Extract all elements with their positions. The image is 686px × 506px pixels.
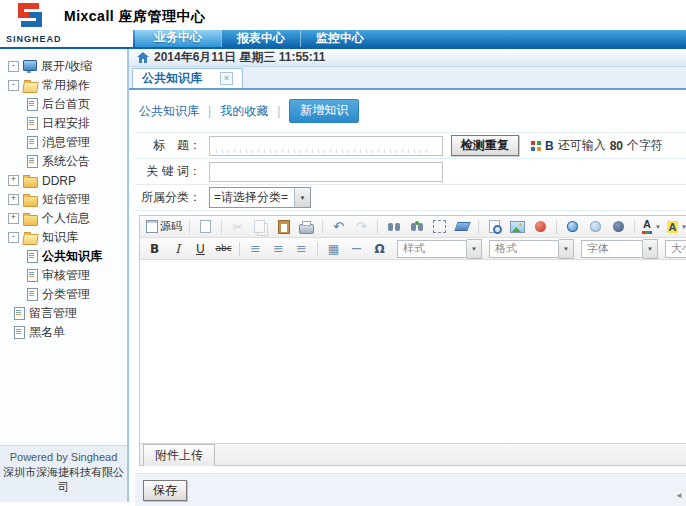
close-icon[interactable]: × <box>220 72 233 85</box>
sidebar-item-label[interactable]: 常用操作 <box>42 77 90 94</box>
table-button[interactable]: ▦ <box>323 240 344 257</box>
find-button[interactable] <box>383 218 404 235</box>
find-icon <box>388 223 393 231</box>
doc-icon <box>27 269 38 282</box>
toolbar-separator <box>556 220 557 234</box>
size-combo[interactable]: 大小▼ <box>665 239 686 259</box>
sidebar-item[interactable]: 后台首页 <box>0 95 127 114</box>
unlink-button[interactable] <box>585 218 606 235</box>
subnav-link[interactable]: 公共知识库 <box>139 103 199 120</box>
align-center-button[interactable]: ≡ <box>268 240 289 257</box>
sidebar-item[interactable]: +DDRP <box>0 171 127 190</box>
tree-toggle-plus-icon[interactable]: + <box>8 175 19 186</box>
title-input[interactable] <box>209 136 443 156</box>
chevron-down-icon[interactable]: ▼ <box>643 239 658 259</box>
add-knowledge-button[interactable]: 新增知识 <box>289 99 359 123</box>
sidebar-item[interactable]: 审核管理 <box>0 266 127 285</box>
doc-icon <box>14 307 25 320</box>
tree-toggle-minus-icon[interactable]: - <box>8 61 19 72</box>
sidebar-item[interactable]: 消息管理 <box>0 133 127 152</box>
chevron-down-icon[interactable]: ▼ <box>467 239 482 259</box>
chevron-down-icon[interactable]: ▼ <box>559 239 574 259</box>
editor-toolbar-row1: 源码✂↶↷A▼A▼ <box>140 216 686 238</box>
scroll-grip-icon[interactable]: ◄ <box>675 491 683 500</box>
paste-icon <box>278 220 290 234</box>
cut-button[interactable]: ✂ <box>227 218 248 235</box>
redo-button[interactable]: ↷ <box>351 218 372 235</box>
size-combo-value: 大小 <box>665 240 686 258</box>
source-button[interactable]: 源码 <box>144 218 184 235</box>
strike-button[interactable]: abc <box>213 240 234 257</box>
sidebar-item[interactable]: 日程安排 <box>0 114 127 133</box>
sidebar-item[interactable]: -展开/收缩 <box>0 57 127 76</box>
link-button[interactable] <box>562 218 583 235</box>
new-page-button[interactable] <box>195 218 216 235</box>
tree-toggle-plus-icon[interactable]: + <box>8 194 19 205</box>
undo-button[interactable]: ↶ <box>328 218 349 235</box>
tree-toggle-plus-icon[interactable]: + <box>8 213 19 224</box>
sidebar-item-label[interactable]: 公共知识库 <box>42 248 102 265</box>
sidebar-item-label[interactable]: 留言管理 <box>29 305 77 322</box>
sidebar-item-label[interactable]: 日程安排 <box>42 115 90 132</box>
underline-button[interactable]: U <box>190 240 211 257</box>
subnav-link[interactable]: 我的收藏 <box>220 103 268 120</box>
sidebar-item-label[interactable]: 消息管理 <box>42 134 90 151</box>
italic-button[interactable]: I <box>167 240 188 257</box>
sidebar-item[interactable]: 黑名单 <box>0 323 127 342</box>
print-button[interactable] <box>296 218 317 235</box>
category-selected-value: =请选择分类= <box>214 189 288 206</box>
copy-button[interactable] <box>250 218 271 235</box>
sidebar-item-label[interactable]: 个人信息 <box>42 210 90 227</box>
align-right-icon: ≡ <box>296 242 307 255</box>
attachment-upload-button[interactable]: 附件上传 <box>143 444 215 466</box>
nav-tab[interactable]: 监控中心 <box>300 30 379 47</box>
align-right-button[interactable]: ≡ <box>291 240 312 257</box>
sidebar-item-label[interactable]: 后台首页 <box>42 96 90 113</box>
sidebar-item[interactable]: 分类管理 <box>0 285 127 304</box>
sidebar-item-label[interactable]: 短信管理 <box>42 191 90 208</box>
sidebar-item-label[interactable]: 知识库 <box>42 229 78 246</box>
bold-button[interactable]: B <box>144 240 165 257</box>
align-left-button[interactable]: ≡ <box>245 240 266 257</box>
sidebar-item-label[interactable]: 审核管理 <box>42 267 90 284</box>
select-all-button[interactable] <box>429 218 450 235</box>
sidebar-item-label[interactable]: 展开/收缩 <box>41 58 92 75</box>
nav-tab[interactable]: 业务中心 <box>135 28 221 47</box>
editor-body[interactable] <box>140 260 686 443</box>
sidebar-item[interactable]: 公共知识库 <box>0 247 127 266</box>
style-combo[interactable]: 样式▼ <box>397 239 482 259</box>
sidebar-item[interactable]: -常用操作 <box>0 76 127 95</box>
horizontal-rule-button[interactable]: — <box>346 240 367 257</box>
sidebar: -展开/收缩-常用操作后台首页日程安排消息管理系统公告+DDRP+短信管理+个人… <box>0 49 129 502</box>
sidebar-item[interactable]: +个人信息 <box>0 209 127 228</box>
tree-toggle-minus-icon[interactable]: - <box>8 80 19 91</box>
save-button[interactable]: 保存 <box>143 480 187 501</box>
text-color-button[interactable]: A▼ <box>640 218 663 235</box>
sidebar-item-label[interactable]: 分类管理 <box>42 286 90 303</box>
tree-toggle-minus-icon[interactable]: - <box>8 232 19 243</box>
maximize-button[interactable] <box>608 218 629 235</box>
nav-tab[interactable]: 报表中心 <box>221 30 300 47</box>
sidebar-item[interactable]: 留言管理 <box>0 304 127 323</box>
paste-button[interactable] <box>273 218 294 235</box>
sidebar-item[interactable]: -知识库 <box>0 228 127 247</box>
sidebar-item-label[interactable]: 黑名单 <box>29 324 65 341</box>
format-combo[interactable]: 格式▼ <box>489 239 574 259</box>
flash-button[interactable] <box>530 218 551 235</box>
keyword-input[interactable] <box>209 162 443 182</box>
special-char-button[interactable]: Ω <box>369 240 390 257</box>
image-button[interactable] <box>507 218 528 235</box>
print-icon <box>299 224 314 234</box>
sidebar-item[interactable]: 系统公告 <box>0 152 127 171</box>
tab-public-knowledge[interactable]: 公共知识库 × <box>132 68 243 88</box>
category-select[interactable]: =请选择分类= ▼ <box>209 187 311 208</box>
font-combo[interactable]: 字体▼ <box>581 239 658 259</box>
sidebar-item[interactable]: +短信管理 <box>0 190 127 209</box>
remove-format-button[interactable] <box>452 218 473 235</box>
replace-button[interactable] <box>406 218 427 235</box>
check-duplicate-button[interactable]: 检测重复 <box>451 135 519 156</box>
sidebar-item-label[interactable]: 系统公告 <box>42 153 90 170</box>
preview-button[interactable] <box>484 218 505 235</box>
bg-color-button[interactable]: A▼ <box>665 218 686 235</box>
sidebar-item-label[interactable]: DDRP <box>42 174 76 188</box>
